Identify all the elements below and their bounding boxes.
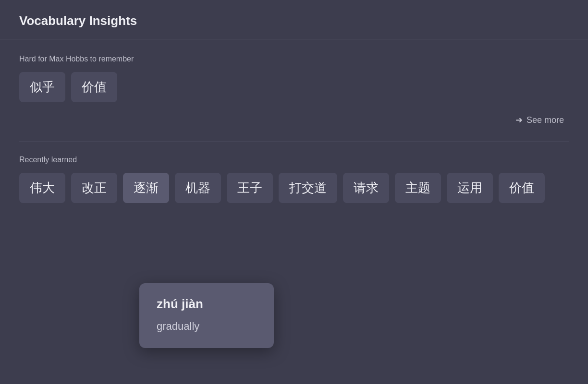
hard-section: Hard for Max Hobbs to remember 似乎 价值	[19, 55, 569, 102]
section-divider	[19, 142, 569, 142]
tooltip-meaning: gradually	[157, 320, 257, 333]
header: Vocabulary Insights	[0, 0, 588, 39]
recent-word-chip-8[interactable]: 运用	[447, 173, 493, 203]
tooltip-pinyin: zhú jiàn	[157, 297, 257, 312]
recent-word-chip-4[interactable]: 王子	[227, 173, 273, 203]
recent-word-chip-9[interactable]: 价值	[499, 173, 545, 203]
hard-word-chip-1[interactable]: 价值	[71, 72, 117, 102]
recent-word-chip-7[interactable]: 主题	[395, 173, 441, 203]
see-more-button[interactable]: ➜ See more	[511, 112, 569, 128]
hard-word-chips: 似乎 价值	[19, 72, 569, 102]
word-tooltip-popup: zhú jiàn gradually	[139, 283, 274, 348]
recent-word-chip-2[interactable]: 逐渐	[123, 173, 169, 203]
recent-word-chip-6[interactable]: 请求	[343, 173, 389, 203]
content-area: Hard for Max Hobbs to remember 似乎 价值 ➜ S…	[0, 39, 588, 203]
see-more-arrow-icon: ➜	[515, 115, 523, 125]
recent-word-chip-0[interactable]: 伟大	[19, 173, 65, 203]
see-more-row: ➜ See more	[19, 112, 569, 128]
recent-word-chip-1[interactable]: 改正	[71, 173, 117, 203]
recently-word-chips: 伟大 改正 逐渐 机器 王子 打交道 请求 主题 运用 价值	[19, 173, 569, 203]
recently-section: Recently learned 伟大 改正 逐渐 机器 王子 打交道 请求 主…	[19, 156, 569, 203]
hard-section-label: Hard for Max Hobbs to remember	[19, 55, 569, 63]
page-title: Vocabulary Insights	[19, 13, 569, 28]
page-container: Vocabulary Insights Hard for Max Hobbs t…	[0, 0, 588, 384]
see-more-label: See more	[527, 115, 564, 125]
recent-word-chip-5[interactable]: 打交道	[279, 173, 337, 203]
recently-section-label: Recently learned	[19, 156, 569, 164]
hard-word-chip-0[interactable]: 似乎	[19, 72, 65, 102]
recent-word-chip-3[interactable]: 机器	[175, 173, 221, 203]
